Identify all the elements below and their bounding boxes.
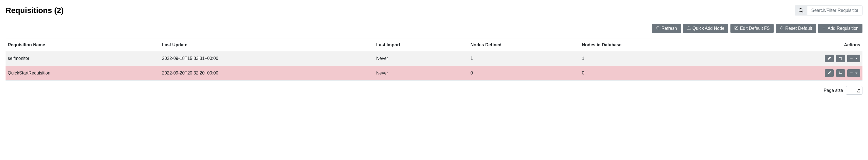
- quick-add-node-button[interactable]: Quick Add Node: [683, 24, 728, 33]
- cell-nodes-in-db: 1: [580, 51, 777, 66]
- pencil-icon: [828, 71, 831, 75]
- cell-actions: [777, 66, 863, 81]
- caret-down-icon: [855, 73, 858, 74]
- page-title: Requisitions (2): [5, 6, 64, 15]
- requisitions-table: Requisition Name Last Update Last Import…: [5, 39, 863, 81]
- search-icon[interactable]: [795, 5, 807, 15]
- col-nodes-defined: Nodes Defined: [468, 39, 580, 51]
- reset-icon: [780, 26, 783, 31]
- exchange-icon: [839, 71, 842, 75]
- page-size-label: Page size: [824, 88, 843, 93]
- exchange-icon: [839, 56, 842, 61]
- refresh-icon: [656, 26, 660, 31]
- ellipsis-icon: [850, 56, 853, 61]
- add-requisition-button[interactable]: Add Requisition: [818, 24, 863, 33]
- search-group: [795, 5, 863, 15]
- refresh-label: Refresh: [661, 26, 677, 31]
- pagination-footer: Page size: [5, 86, 863, 94]
- cell-last-update: 2022-09-20T20:32:20+00:00: [160, 66, 374, 81]
- sync-button[interactable]: [836, 54, 845, 62]
- plus-icon: [822, 26, 826, 31]
- reset-default-button[interactable]: Reset Default: [776, 24, 816, 33]
- col-last-import: Last Import: [374, 39, 468, 51]
- cell-nodes-in-db: 0: [580, 66, 777, 81]
- edit-default-fs-label: Edit Default FS: [740, 26, 770, 31]
- pencil-icon: [828, 56, 831, 61]
- pencil-square-icon: [734, 26, 738, 31]
- table-row: selfmonitor 2022-09-18T15:33:31+00:00 Ne…: [5, 51, 863, 66]
- quick-add-node-label: Quick Add Node: [692, 26, 724, 31]
- more-button[interactable]: [847, 69, 860, 77]
- cell-last-import: Never: [374, 66, 468, 81]
- edit-default-fs-button[interactable]: Edit Default FS: [731, 24, 774, 33]
- caret-down-icon: [855, 58, 858, 59]
- cell-last-import: Never: [374, 51, 468, 66]
- sync-button[interactable]: [836, 69, 845, 77]
- upload-icon: [687, 26, 691, 31]
- toolbar: Refresh Quick Add Node Edit Default FS R…: [5, 24, 863, 33]
- more-button[interactable]: [847, 54, 860, 62]
- ellipsis-icon: [850, 71, 853, 75]
- cell-nodes-defined: 0: [468, 66, 580, 81]
- cell-last-update: 2022-09-18T15:33:31+00:00: [160, 51, 374, 66]
- cell-actions: [777, 51, 863, 66]
- cell-name: selfmonitor: [5, 51, 160, 66]
- refresh-button[interactable]: Refresh: [652, 24, 681, 33]
- edit-button[interactable]: [825, 54, 834, 62]
- col-actions: Actions: [777, 39, 863, 51]
- table-row: QuickStartRequisition 2022-09-20T20:32:2…: [5, 66, 863, 81]
- edit-button[interactable]: [825, 69, 834, 77]
- col-name: Requisition Name: [5, 39, 160, 51]
- page-size-select[interactable]: [846, 86, 863, 94]
- col-last-update: Last Update: [160, 39, 374, 51]
- col-nodes-in-db: Nodes in Database: [580, 39, 777, 51]
- reset-default-label: Reset Default: [785, 26, 812, 31]
- cell-nodes-defined: 1: [468, 51, 580, 66]
- add-requisition-label: Add Requisition: [828, 26, 859, 31]
- search-input[interactable]: [807, 5, 863, 15]
- cell-name: QuickStartRequisition: [5, 66, 160, 81]
